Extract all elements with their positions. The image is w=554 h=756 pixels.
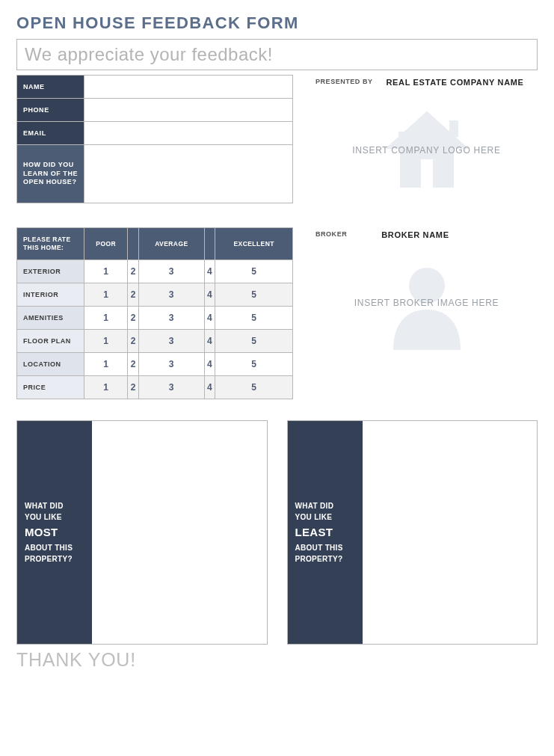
rating-cell[interactable]: 5 [215, 283, 293, 307]
rating-row-label: EXTERIOR [17, 260, 84, 283]
rating-cell[interactable]: 1 [84, 283, 128, 307]
rating-cell[interactable]: 3 [139, 376, 204, 399]
rating-cell[interactable]: 2 [128, 260, 139, 283]
rating-cell[interactable]: 3 [139, 260, 204, 283]
rating-row-label: LOCATION [17, 353, 84, 376]
like-least-label: WHAT DID YOU LIKE LEAST ABOUT THIS PROPE… [288, 421, 363, 644]
rating-cell[interactable]: 5 [215, 376, 293, 399]
like-most-box: WHAT DID YOU LIKE MOST ABOUT THIS PROPER… [16, 420, 268, 645]
like-most-input[interactable] [92, 421, 267, 644]
rating-cell[interactable]: 3 [139, 283, 204, 307]
rating-cell[interactable]: 4 [204, 283, 215, 307]
rating-cell[interactable]: 2 [128, 376, 139, 399]
company-logo-placeholder: INSERT COMPANY LOGO HERE [316, 94, 538, 206]
rating-cell[interactable]: 2 [128, 307, 139, 330]
q-emph: LEAST [295, 524, 343, 541]
rating-cell[interactable]: 1 [84, 330, 128, 353]
rating-cell[interactable]: 1 [84, 376, 128, 399]
q-text: ABOUT THIS [295, 544, 343, 552]
scale-excellent: EXCELLENT [215, 228, 293, 260]
q-text: YOU LIKE [295, 513, 333, 521]
rating-cell[interactable]: 3 [139, 353, 204, 376]
q-text: PROPERTY? [25, 555, 73, 563]
rating-cell[interactable]: 4 [204, 330, 215, 353]
q-text: WHAT DID [25, 502, 64, 510]
name-label: NAME [17, 76, 84, 99]
name-input[interactable] [84, 76, 293, 99]
email-label: EMAIL [17, 122, 84, 145]
broker-image-placeholder: INSERT BROKER IMAGE HERE [316, 247, 538, 359]
phone-input[interactable] [84, 99, 293, 122]
rating-cell[interactable]: 3 [139, 307, 204, 330]
rating-cell[interactable]: 2 [128, 353, 139, 376]
rating-cell[interactable]: 4 [204, 260, 215, 283]
thank-you: THANK YOU! [16, 649, 538, 671]
broker-placeholder-text: INSERT BROKER IMAGE HERE [354, 298, 499, 308]
q-emph: MOST [25, 524, 73, 541]
scale-average: AVERAGE [139, 228, 204, 260]
presented-by-value: REAL ESTATE COMPANY NAME [387, 78, 524, 87]
rating-cell[interactable]: 3 [139, 330, 204, 353]
like-most-label: WHAT DID YOU LIKE MOST ABOUT THIS PROPER… [17, 421, 92, 644]
broker-label: BROKER [316, 230, 347, 238]
rating-cell[interactable]: 1 [84, 307, 128, 330]
email-input[interactable] [84, 122, 293, 145]
rating-row-label: PRICE [17, 376, 84, 399]
contact-table: NAME PHONE EMAIL HOW DID YOU LEARN OF TH… [16, 75, 293, 203]
q-text: YOU LIKE [25, 513, 62, 521]
rating-header-label: PLEASE RATE THIS HOME: [17, 228, 84, 260]
phone-label: PHONE [17, 99, 84, 122]
page-title: OPEN HOUSE FEEDBACK FORM [16, 13, 538, 33]
rating-cell[interactable]: 5 [215, 353, 293, 376]
rating-table: PLEASE RATE THIS HOME: POOR AVERAGE EXCE… [16, 227, 293, 399]
rating-row-label: INTERIOR [17, 283, 84, 307]
scale-poor: POOR [84, 228, 128, 260]
rating-cell[interactable]: 4 [204, 353, 215, 376]
svg-rect-4 [421, 159, 433, 188]
rating-cell[interactable]: 1 [84, 260, 128, 283]
learn-label: HOW DID YOU LEARN OF THE OPEN HOUSE? [17, 145, 84, 203]
rating-cell[interactable]: 5 [215, 307, 293, 330]
rating-cell[interactable]: 1 [84, 353, 128, 376]
scale-blank2 [204, 228, 215, 260]
logo-placeholder-text: INSERT COMPANY LOGO HERE [352, 145, 500, 156]
rating-cell[interactable]: 5 [215, 260, 293, 283]
rating-row-label: FLOOR PLAN [17, 330, 84, 353]
like-least-box: WHAT DID YOU LIKE LEAST ABOUT THIS PROPE… [287, 420, 538, 645]
q-text: PROPERTY? [295, 555, 343, 563]
rating-cell[interactable]: 4 [204, 307, 215, 330]
rating-cell[interactable]: 5 [215, 330, 293, 353]
scale-blank1 [128, 228, 139, 260]
like-least-input[interactable] [363, 421, 538, 644]
rating-cell[interactable]: 2 [128, 283, 139, 307]
rating-row-label: AMENITIES [17, 307, 84, 330]
learn-input[interactable] [84, 145, 293, 203]
q-text: ABOUT THIS [25, 544, 73, 552]
presented-by-label: PRESENTED BY [316, 78, 373, 85]
broker-value: BROKER NAME [381, 230, 449, 239]
appreciate-band: We appreciate your feedback! [16, 39, 538, 70]
rating-cell[interactable]: 4 [204, 376, 215, 399]
rating-cell[interactable]: 2 [128, 330, 139, 353]
q-text: WHAT DID [295, 502, 334, 510]
svg-rect-3 [449, 120, 458, 137]
